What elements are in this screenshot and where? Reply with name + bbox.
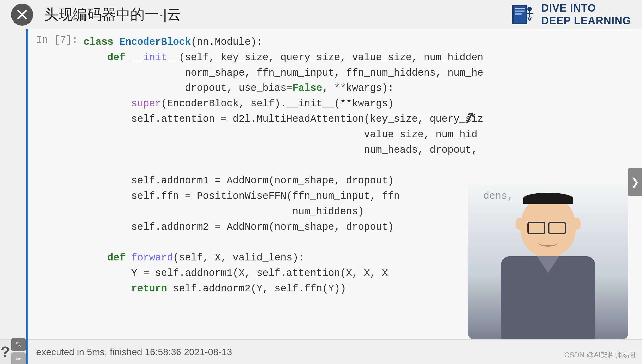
help-button[interactable]: ? — [1, 343, 10, 361]
dive-logo-icon — [511, 2, 536, 27]
logo-area: DIVE INTO DEEP LEARNING — [511, 2, 631, 27]
page-title: 头现编码器中的一·|云 — [44, 5, 181, 24]
edit-button-1[interactable]: ✎ — [11, 338, 26, 351]
svg-rect-3 — [515, 10, 525, 12]
presenter-figure — [468, 179, 628, 339]
logo-text: DIVE INTO DEEP LEARNING — [541, 2, 631, 27]
presenter-head — [520, 196, 576, 256]
svg-point-5 — [527, 7, 532, 11]
edit-button-2[interactable]: ✏ — [11, 352, 26, 364]
bottom-left-icons: ? ✎ ✏ — [0, 339, 26, 364]
status-text: executed in 5ms, finished 16:58:36 2021-… — [36, 347, 232, 357]
svg-line-9 — [530, 17, 531, 21]
header: 头现编码器中的一·|云 DIVE INTO DEEP LEARNING — [0, 0, 642, 29]
close-button[interactable] — [11, 4, 33, 26]
cell-prompt: In [7]: — [28, 35, 83, 297]
next-button[interactable]: ❯ — [628, 168, 642, 196]
svg-rect-4 — [515, 13, 522, 15]
status-bar: executed in 5ms, finished 16:58:36 2021-… — [28, 339, 642, 364]
watermark: CSDN @AI架构师易哥 — [564, 350, 636, 360]
presenter-body — [501, 256, 595, 339]
svg-rect-2 — [515, 8, 525, 9]
presenter-overlay — [468, 179, 628, 339]
